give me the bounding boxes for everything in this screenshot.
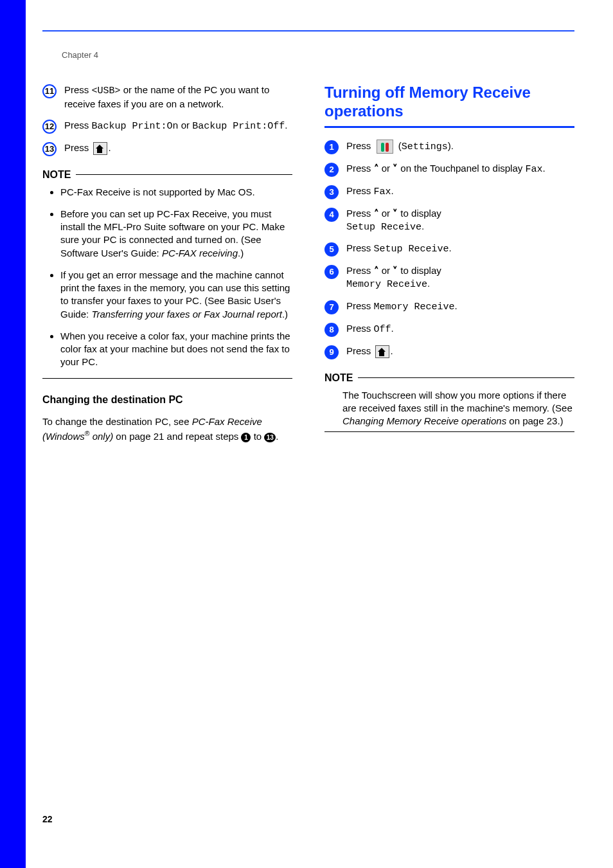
step-text: ). [448, 140, 454, 151]
step-text: Press [346, 140, 374, 151]
step-text: Press [64, 142, 92, 153]
note-label: NOTE [324, 372, 353, 384]
mono-text: Fax [374, 186, 391, 197]
step-text: ( [396, 140, 402, 151]
step-badge-6: 6 [324, 265, 339, 279]
step-text: on the Touchpanel to display [398, 163, 525, 174]
mono-text: Memory Receive [374, 302, 455, 312]
note-item: Before you can set up PC-Fax Receive, yo… [60, 208, 292, 260]
step-badge-4: 4 [324, 208, 339, 222]
mono-text: Backup Print:Off [192, 121, 285, 132]
step-text: Press [346, 208, 374, 219]
step-text: Press [346, 163, 374, 174]
mono-text: Setup Receive [346, 222, 422, 233]
mono-text: Setup Receive [374, 244, 449, 255]
step-r8: 8 Press Off. [324, 322, 574, 337]
step-text: . [449, 242, 452, 253]
step-r2: 2 Press ˄ or ˅ on the Touchpanel to disp… [324, 162, 574, 177]
note-list: PC-Fax Receive is not supported by Mac O… [42, 186, 292, 369]
mono-text: Fax [525, 164, 542, 175]
para-text: on page 21 and repeat steps [113, 431, 241, 442]
step-text: Press [346, 265, 374, 276]
note-label: NOTE [42, 169, 71, 181]
step-badge-9: 9 [324, 345, 339, 359]
mono-text: <USB> [92, 86, 121, 96]
inline-step-ref-13: 13 [264, 433, 276, 442]
para-text: . [276, 431, 278, 442]
step-badge-1: 1 [324, 140, 339, 154]
step-badge-12: 12 [42, 120, 57, 134]
note-heading: NOTE [324, 372, 574, 384]
step-text: . [542, 163, 545, 174]
step-r9: 9 Press . [324, 345, 574, 359]
step-r7: 7 Press Memory Receive. [324, 300, 574, 314]
note-text: When you receive a color fax, your machi… [60, 330, 290, 368]
step-badge-2: 2 [324, 163, 339, 177]
home-icon [93, 142, 107, 155]
step-badge-3: 3 [324, 185, 339, 199]
note-italic: Transferring your faxes or Fax Journal r… [91, 309, 282, 320]
step-r6: 6 Press ˄ or ˅ to display Memory Receive… [324, 264, 574, 292]
step-text: Press [346, 323, 374, 334]
left-column: 11 Press <USB> or the name of the PC you… [42, 84, 292, 448]
right-column: Turning off Memory Receive operations 1 … [324, 84, 574, 448]
step-text: . [391, 185, 394, 196]
step-r4: 4 Press ˄ or ˅ to display Setup Receive. [324, 207, 574, 235]
page-number: 22 [42, 814, 53, 824]
step-badge-11: 11 [42, 84, 57, 98]
step-text: . [109, 142, 111, 153]
step-text: or [379, 265, 393, 276]
note-body: The Touchscreen will show you more optio… [324, 389, 574, 428]
section-heading: Turning off Memory Receive operations [324, 84, 574, 121]
note-end-rule [42, 378, 292, 379]
step-text: . [285, 120, 287, 131]
chevron-down-icon: ˅ [393, 207, 398, 220]
step-text: Press [64, 84, 92, 95]
subheading-changing-pc: Changing the destination PC [42, 394, 292, 406]
step-text: to display [398, 265, 441, 276]
step-badge-5: 5 [324, 242, 339, 257]
chevron-down-icon: ˅ [393, 264, 398, 277]
note-text: on page 23.) [506, 415, 563, 426]
mono-text: Off [374, 324, 391, 335]
chevron-up-icon: ˄ [374, 162, 379, 175]
note-item: PC-Fax Receive is not supported by Mac O… [60, 186, 292, 199]
step-badge-8: 8 [324, 323, 339, 337]
paragraph: To change the destination PC, see PC-Fax… [42, 415, 292, 444]
mono-text: Settings [402, 141, 448, 152]
chevron-down-icon: ˅ [393, 162, 398, 175]
note-heading: NOTE [42, 169, 292, 181]
step-12: 12 Press Backup Print:On or Backup Print… [42, 119, 292, 134]
settings-icon [377, 140, 393, 154]
step-text: Press [346, 300, 374, 311]
note-text: .) [238, 248, 244, 258]
step-text: . [455, 300, 458, 311]
step-13: 13 Press . [42, 141, 292, 156]
step-text: . [391, 323, 394, 334]
note-text: The Touchscreen will show you more optio… [342, 390, 573, 413]
note-text: .) [282, 309, 288, 320]
para-text: to [251, 431, 264, 442]
side-tab [0, 0, 26, 868]
step-badge-13: 13 [42, 142, 57, 156]
step-text: or [379, 163, 393, 174]
step-text: or [379, 208, 393, 219]
header-rule [42, 30, 574, 32]
home-icon [375, 345, 389, 358]
step-11: 11 Press <USB> or the name of the PC you… [42, 84, 292, 111]
note-item: If you get an error message and the mach… [60, 269, 292, 321]
note-italic: PC-FAX receiving [162, 248, 238, 258]
step-text: . [391, 345, 393, 356]
step-text: or [179, 120, 193, 131]
step-r3: 3 Press Fax. [324, 185, 574, 199]
chapter-label: Chapter 4 [62, 50, 98, 60]
step-badge-7: 7 [324, 300, 339, 314]
note-text: PC-Fax Receive is not supported by Mac O… [60, 186, 255, 197]
step-text: Press [346, 242, 374, 253]
step-text: . [422, 221, 424, 231]
step-text: Press [64, 120, 92, 131]
para-text: To change the destination PC, see [42, 416, 192, 427]
mono-text: Memory Receive [346, 279, 427, 290]
chevron-up-icon: ˄ [374, 264, 379, 277]
note-rule [76, 174, 292, 175]
